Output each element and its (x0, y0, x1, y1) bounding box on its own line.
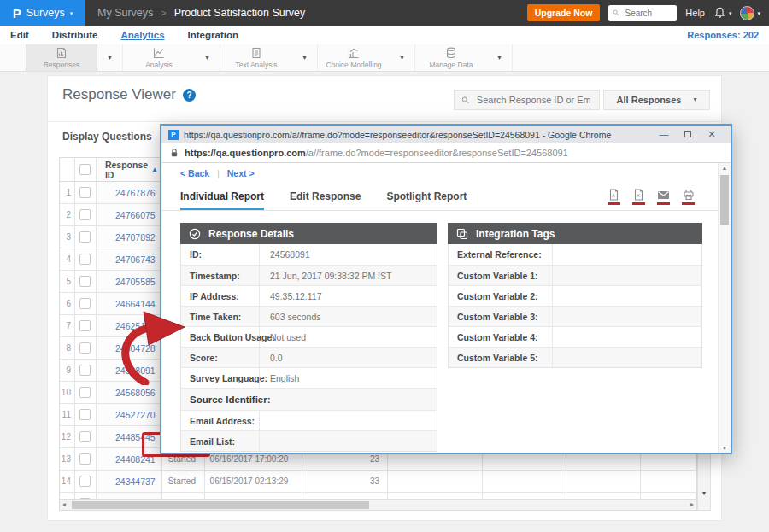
avatar (740, 6, 754, 20)
help-link[interactable]: Help (685, 8, 705, 18)
manage-data-dropdown-caret[interactable]: ▾ (487, 44, 513, 71)
help-icon[interactable]: ? (183, 89, 196, 102)
horizontal-scrollbar-thumb[interactable] (72, 501, 369, 509)
all-responses-dropdown[interactable]: All Responses ▾ (603, 90, 710, 110)
next-link[interactable]: Next > (227, 168, 255, 178)
popup-scrollbar-thumb[interactable] (720, 175, 729, 225)
row-checkbox[interactable] (79, 476, 91, 487)
row-number: 1 (60, 182, 75, 203)
responses-dropdown-caret[interactable]: ▾ (97, 44, 123, 71)
scroll-right-icon[interactable]: ▸ (690, 500, 694, 508)
maximize-button[interactable] (676, 126, 700, 143)
svg-text:X: X (637, 193, 640, 198)
popup-vertical-scrollbar[interactable]: ▲ ▼ (718, 163, 731, 453)
row-checkbox[interactable] (79, 276, 91, 287)
nav-item-distribute[interactable]: Distribute (52, 30, 98, 40)
minimize-button[interactable]: — (652, 126, 676, 143)
row-checkbox[interactable] (79, 453, 91, 465)
toolbar-item-responses[interactable]: Responses (26, 44, 97, 71)
topbar-right-group: Upgrade Now Help ▾ ▾ (527, 4, 769, 21)
integration-value (553, 266, 701, 285)
product-menu[interactable]: P Surveys ▾ (0, 0, 85, 26)
detail-value: 24568091 (260, 244, 437, 265)
integration-row: Custom Variable 1: (449, 265, 701, 285)
response-id-link[interactable]: 24344737 (97, 471, 162, 492)
horizontal-scrollbar[interactable]: ◂ ▸ (60, 499, 696, 510)
response-id-link[interactable]: 24527270 (97, 404, 162, 425)
upgrade-now-button[interactable]: Upgrade Now (527, 4, 601, 21)
table-row: 14 24344737 Started 06/15/2017 02:13:29 … (60, 471, 696, 493)
report-content: < Back | Next > Individual Report Edit R… (161, 163, 731, 453)
toolbar-item-analysis[interactable]: Analysis (123, 44, 195, 71)
row-checkbox[interactable] (79, 298, 91, 309)
toolbar-item-manage-data[interactable]: Manage Data (415, 44, 487, 71)
response-id-link[interactable]: 24705585 (97, 271, 162, 292)
account-menu[interactable]: ▾ (740, 6, 760, 20)
response-id-link[interactable]: 24706743 (97, 248, 162, 270)
scroll-left-icon[interactable]: ◂ (62, 500, 66, 508)
pdf-export-icon[interactable]: A (608, 189, 620, 205)
row-checkbox[interactable] (79, 320, 91, 331)
email-export-icon[interactable] (657, 189, 670, 205)
response-timestamp: 06/15/2017 02:13:29 (205, 471, 303, 492)
select-all-checkbox[interactable] (79, 164, 91, 175)
row-checkbox[interactable] (79, 365, 91, 376)
detail-row: Email List: (181, 430, 437, 451)
back-link[interactable]: < Back (180, 168, 209, 178)
tab-spotlight-report[interactable]: Spotlight Report (386, 185, 467, 210)
row-checkbox[interactable] (79, 187, 91, 198)
row-checkbox-cell (75, 337, 97, 359)
toolbar-item-text-analysis[interactable]: Text Analysis (220, 44, 292, 71)
response-id-link[interactable]: 24568056 (97, 382, 162, 403)
integration-tags-panel: Integration Tags External Reference: Cus… (448, 223, 702, 368)
response-id-link[interactable]: 24707892 (97, 226, 162, 248)
choice-modelling-dropdown-caret[interactable]: ▾ (390, 44, 415, 71)
tab-edit-response[interactable]: Edit Response (290, 185, 361, 210)
tab-individual-report[interactable]: Individual Report (180, 185, 264, 210)
response-id-link[interactable]: 24767876 (97, 182, 162, 203)
nav-item-integration[interactable]: Integration (188, 30, 238, 40)
breadcrumb-my-surveys[interactable]: My Surveys (97, 7, 153, 19)
response-status: Started (162, 471, 205, 492)
response-id-link[interactable]: 24485445 (97, 426, 162, 447)
pagination-links: < Back | Next > (180, 168, 255, 178)
print-icon[interactable] (682, 189, 695, 205)
text-analysis-dropdown-caret[interactable]: ▾ (292, 44, 318, 71)
window-titlebar[interactable]: P https://qa.questionpro.com/a//frame.do… (161, 126, 731, 143)
row-checkbox-cell (75, 293, 97, 314)
global-search-input[interactable] (624, 8, 673, 19)
response-id-link[interactable]: 24408241 (97, 448, 162, 470)
analytics-toolbar: Responses ▾ Analysis ▾ Text Analysis ▾ C… (0, 44, 769, 72)
response-id-link[interactable]: 24625131 (97, 315, 162, 336)
response-id-link[interactable]: 24664144 (97, 293, 162, 314)
nav-item-analytics[interactable]: Analytics (120, 30, 164, 40)
browser-url-bar[interactable]: https://qa.questionpro.com/a//frame.do?m… (161, 143, 731, 163)
row-checkbox-cell (75, 448, 97, 470)
row-checkbox[interactable] (79, 387, 91, 398)
response-id-link[interactable]: 24604728 (97, 337, 162, 359)
notifications-menu[interactable]: ▾ (713, 7, 732, 19)
row-checkbox[interactable] (79, 431, 91, 442)
toolbar-item-choice-modelling[interactable]: Choice Modelling (318, 44, 390, 71)
row-checkbox[interactable] (79, 342, 91, 354)
row-checkbox[interactable] (79, 254, 91, 265)
scroll-up-icon[interactable]: ▲ (719, 165, 731, 171)
close-button[interactable]: ✕ (700, 126, 724, 143)
row-checkbox[interactable] (79, 209, 91, 220)
scroll-down-icon[interactable]: ▾ (698, 489, 710, 497)
excel-export-icon[interactable]: X (632, 189, 645, 205)
nav-item-edit[interactable]: Edit (10, 30, 29, 40)
row-checkbox-cell (75, 360, 97, 381)
response-id-link[interactable]: 24568091 (97, 360, 162, 381)
response-id-link[interactable]: 24766075 (97, 204, 162, 225)
analysis-dropdown-caret[interactable]: ▾ (195, 44, 220, 71)
response-id-header[interactable]: Response ID ▲ (97, 158, 162, 181)
row-number: 2 (60, 204, 75, 225)
response-search-input[interactable] (475, 94, 592, 106)
row-checkbox-cell (75, 226, 97, 248)
sort-asc-icon: ▲ (151, 166, 158, 173)
row-checkbox[interactable] (79, 231, 91, 243)
row-checkbox[interactable] (79, 409, 91, 420)
favicon: P (168, 130, 179, 140)
scroll-down-icon[interactable]: ▼ (719, 445, 731, 451)
